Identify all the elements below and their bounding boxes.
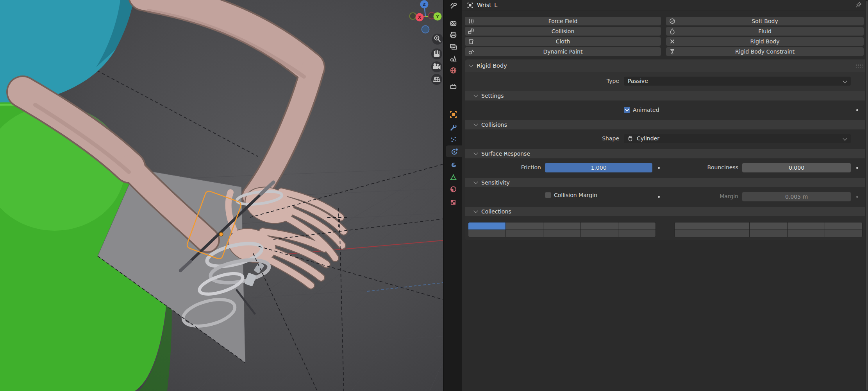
animated-checkbox[interactable] bbox=[624, 107, 630, 113]
collisions-subpanel-header[interactable]: Collisions bbox=[465, 120, 868, 129]
type-dropdown[interactable]: Passive bbox=[624, 77, 851, 86]
scrollbar-thumb[interactable] bbox=[866, 1, 868, 390]
soft-body-button[interactable]: Soft Body bbox=[666, 17, 864, 25]
rigid-body-panel-header[interactable]: Rigid Body bbox=[465, 59, 868, 72]
gizmo-x-label: X bbox=[418, 15, 421, 20]
panel-title: Rigid Body bbox=[477, 63, 507, 69]
sensitivity-subpanel-header[interactable]: Sensitivity bbox=[465, 178, 868, 187]
chevron-down-icon bbox=[473, 122, 478, 126]
subpanel-title: Collisions bbox=[481, 122, 507, 128]
settings-subpanel-header[interactable]: Settings bbox=[465, 91, 868, 100]
soft-body-icon bbox=[669, 18, 676, 25]
bounciness-decorator-dot[interactable] bbox=[856, 167, 858, 169]
fluid-button[interactable]: Fluid bbox=[666, 27, 864, 36]
collection-slot[interactable] bbox=[712, 230, 749, 237]
tab-world[interactable] bbox=[444, 64, 463, 76]
collection-slot[interactable] bbox=[825, 230, 862, 237]
collections-subpanel-header[interactable]: Collections bbox=[465, 207, 868, 216]
tab-texture[interactable] bbox=[444, 196, 463, 208]
bounciness-value: 0.000 bbox=[789, 165, 804, 171]
chevron-down-icon bbox=[473, 151, 478, 155]
tab-view-layer[interactable] bbox=[444, 41, 463, 52]
collection-slot[interactable] bbox=[543, 222, 580, 230]
fluid-icon bbox=[669, 28, 676, 35]
rigid-body-button[interactable]: Rigid Body bbox=[666, 37, 864, 46]
bounciness-slider[interactable]: 0.000 bbox=[742, 163, 851, 172]
collection-slot[interactable] bbox=[750, 230, 787, 237]
collision-margin-checkbox[interactable] bbox=[545, 192, 551, 198]
collection-slot[interactable] bbox=[581, 230, 618, 237]
collection-slot[interactable] bbox=[468, 222, 505, 230]
collection-slot[interactable] bbox=[825, 222, 862, 230]
force-field-button[interactable]: Force Field bbox=[465, 17, 661, 25]
cylinder-icon bbox=[627, 135, 634, 142]
collection-slot[interactable] bbox=[618, 222, 655, 230]
properties-tab-strip bbox=[443, 0, 462, 391]
pin-icon[interactable] bbox=[854, 1, 862, 9]
tab-tool[interactable] bbox=[444, 0, 463, 12]
shape-label: Shape bbox=[465, 134, 619, 143]
collection-slot[interactable] bbox=[675, 230, 712, 237]
camera-view-icon[interactable] bbox=[431, 61, 442, 72]
shape-value: Cylinder bbox=[637, 134, 659, 143]
chevron-down-icon bbox=[473, 208, 478, 213]
tab-material[interactable] bbox=[444, 183, 463, 195]
friction-slider[interactable]: 1.000 bbox=[545, 163, 652, 172]
collections-grid-right bbox=[674, 222, 863, 237]
animated-decorator-dot[interactable] bbox=[856, 109, 858, 111]
collection-slot[interactable] bbox=[788, 222, 825, 230]
friction-decorator-dot[interactable] bbox=[658, 167, 660, 169]
chevron-down-icon bbox=[469, 63, 473, 67]
pan-hand-icon[interactable] bbox=[431, 48, 442, 59]
collection-slot[interactable] bbox=[543, 230, 580, 237]
zoom-icon[interactable] bbox=[432, 34, 443, 45]
collision-button[interactable]: Collision bbox=[465, 27, 661, 36]
tab-constraints[interactable] bbox=[444, 159, 463, 171]
toggle-grid-icon[interactable] bbox=[431, 74, 442, 85]
tab-modifiers[interactable] bbox=[444, 122, 463, 133]
collection-slot[interactable] bbox=[506, 222, 543, 230]
panel-drag-grip[interactable] bbox=[855, 63, 863, 68]
collection-slot[interactable] bbox=[712, 222, 749, 230]
tab-scene[interactable] bbox=[444, 52, 463, 64]
tab-object-data[interactable] bbox=[444, 171, 463, 183]
collection-slot[interactable] bbox=[468, 230, 505, 237]
tab-output[interactable] bbox=[444, 29, 463, 41]
margin-field[interactable]: 0.005 m bbox=[742, 192, 851, 201]
collision-margin-label: Collision Margin bbox=[554, 192, 597, 199]
gizmo-neg-y-ball[interactable] bbox=[410, 13, 416, 20]
cloth-button[interactable]: Cloth bbox=[465, 37, 661, 46]
button-label: Cloth bbox=[556, 38, 570, 45]
gizmo-neg-z-ball[interactable] bbox=[422, 26, 429, 33]
button-label: Dynamic Paint bbox=[543, 48, 583, 55]
collection-slot[interactable] bbox=[581, 222, 618, 230]
collection-slot[interactable] bbox=[618, 230, 655, 237]
cloth-icon bbox=[468, 38, 475, 45]
chevron-down-icon bbox=[473, 93, 478, 97]
shape-dropdown[interactable]: Cylinder bbox=[624, 134, 851, 143]
tab-physics[interactable] bbox=[446, 145, 463, 157]
tab-render[interactable] bbox=[444, 17, 463, 29]
margin-label: Margin bbox=[664, 192, 738, 201]
collection-slot[interactable] bbox=[675, 222, 712, 230]
rigid-body-constraint-button[interactable]: Rigid Body Constraint bbox=[666, 47, 864, 56]
tab-collection[interactable] bbox=[444, 81, 463, 92]
bounciness-label: Bounciness bbox=[664, 163, 738, 172]
dynamic-paint-button[interactable]: Dynamic Paint bbox=[465, 47, 661, 56]
surface-response-subpanel-header[interactable]: Surface Response bbox=[465, 149, 868, 158]
margin-decorator-dot[interactable] bbox=[856, 196, 858, 198]
properties-editor: Wrist_L Force Field Collision Cloth Dyna… bbox=[462, 0, 868, 391]
chevron-down-icon bbox=[473, 179, 478, 184]
collection-slot[interactable] bbox=[788, 230, 825, 237]
collision-margin-decorator-dot[interactable] bbox=[658, 196, 660, 198]
button-label: Rigid Body Constraint bbox=[735, 48, 795, 55]
3d-viewport[interactable]: Z X Y ‹ bbox=[0, 0, 443, 391]
remove-x-icon bbox=[669, 38, 676, 45]
collection-slot[interactable] bbox=[506, 230, 543, 237]
rigid-body-panel: Rigid Body Type Passive Settings Animate… bbox=[465, 59, 868, 240]
properties-scrollbar[interactable] bbox=[865, 0, 868, 391]
collection-slot[interactable] bbox=[750, 222, 787, 230]
chevron-down-icon bbox=[843, 136, 847, 140]
tab-object[interactable] bbox=[444, 108, 463, 120]
tab-particles[interactable] bbox=[444, 134, 463, 145]
